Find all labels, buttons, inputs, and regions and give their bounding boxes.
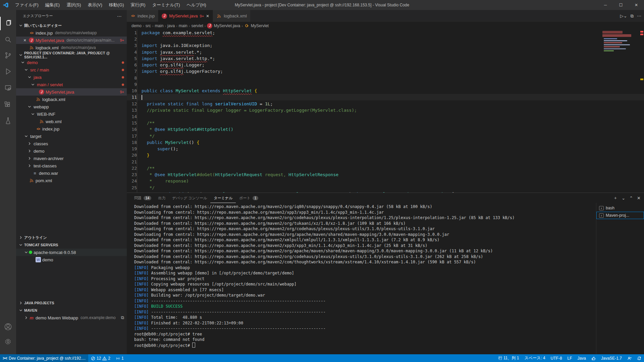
chevron-down-icon[interactable] [23, 250, 29, 255]
tomcat-server-item[interactable]: apache-tomcat-9.0.58 [16, 249, 127, 256]
menu-item-3[interactable]: 表示(V) [85, 1, 105, 9]
tree-item-webapp[interactable]: webapp [16, 103, 127, 110]
tree-item-maven-archiver[interactable]: maven-archiver [16, 155, 127, 162]
menu-item-4[interactable]: 移動(G) [106, 1, 127, 9]
tree-item-MyServlet.java[interactable]: JMyServlet.java9+ [16, 88, 127, 96]
breadcrumb-item-2[interactable]: main [155, 23, 163, 28]
menu-item-7[interactable]: ヘルプ(H) [184, 1, 209, 9]
activity-source-control-icon[interactable] [0, 49, 16, 62]
section-open-editors[interactable]: 開いているエディター [16, 22, 127, 29]
problems-indicator[interactable]: 12 2 [88, 354, 113, 362]
editor-more-actions-icon[interactable]: ⋯ [637, 13, 641, 18]
tree-item-logback.xml[interactable]: logback.xml [16, 96, 127, 103]
tree-item-target[interactable]: target [16, 133, 127, 140]
tab-index.jsp[interactable]: <>index.jsp [127, 10, 158, 22]
chevron-down-icon[interactable] [30, 82, 36, 87]
chevron-down-icon[interactable] [23, 67, 29, 72]
tomcat-app-item[interactable]: Wdemo [16, 256, 127, 263]
chevron-right-icon[interactable] [27, 148, 32, 154]
tree-item-main-servlet[interactable]: main / servlet [16, 81, 127, 88]
status-jdk-version[interactable]: JavaSE-1.7 [598, 354, 625, 362]
chevron-right-icon[interactable] [23, 315, 29, 320]
breadcrumb-item-3[interactable]: java [167, 23, 175, 28]
section-tomcat-servers[interactable]: TOMCAT SERVERS [16, 241, 127, 249]
explorer-more-actions-icon[interactable]: ⋯ [117, 13, 122, 19]
code-editor[interactable]: 1package com.example.servlet;23import ja… [127, 30, 644, 193]
new-terminal-icon[interactable]: ＋ [613, 195, 618, 201]
menu-item-2[interactable]: 選択(S) [63, 1, 84, 9]
breadcrumb-item-5[interactable]: servlet [191, 23, 203, 28]
activity-accounts-icon[interactable] [0, 320, 16, 333]
status-eol[interactable]: LF [565, 354, 575, 362]
menu-item-0[interactable]: ファイル(F) [12, 1, 42, 9]
tree-item-demo[interactable]: demo [16, 147, 127, 155]
tree-item-classes[interactable]: classes [16, 140, 127, 147]
copy-icon[interactable]: ⧉ [121, 315, 124, 320]
chevron-down-icon[interactable] [23, 134, 29, 139]
activity-extensions-icon[interactable] [0, 98, 16, 112]
activity-settings-icon[interactable] [0, 335, 16, 348]
breadcrumb-item-0[interactable]: demo [131, 23, 142, 28]
chevron-down-icon[interactable] [30, 111, 36, 117]
menu-item-6[interactable]: ターミナル(T) [149, 1, 183, 9]
panel-tab-出力[interactable]: 出力 [155, 193, 169, 203]
tree-item-java[interactable]: java [16, 73, 127, 81]
chevron-right-icon[interactable] [27, 141, 32, 146]
status-language-mode[interactable]: Java [575, 354, 589, 362]
maximize-button[interactable]: ☐ [613, 0, 629, 10]
activity-remote-explorer-icon[interactable] [0, 81, 16, 95]
chevron-down-icon[interactable] [20, 60, 25, 65]
remote-indicator[interactable]: >< Dev Container: java_project @ ssh://1… [0, 354, 88, 362]
status-encoding[interactable]: UTF-8 [548, 354, 565, 362]
maximize-panel-icon[interactable]: ⌃ [629, 196, 633, 201]
panel-tab-デバッグ コンソール[interactable]: デバッグ コンソール [169, 193, 210, 203]
open-editor-item-logback.xml[interactable]: logback.xmldemo/src/main/java [16, 44, 127, 51]
status-feedback-icon[interactable] [625, 354, 634, 362]
breadcrumb-item-1[interactable]: src [146, 23, 151, 28]
split-editor-icon[interactable]: ⧉ [631, 13, 634, 19]
open-editor-item-MyServlet.java[interactable]: ✕JMyServlet.javademo/src/main/java/main.… [16, 37, 127, 44]
terminal-item-Maven-proj...[interactable]: ›Maven-proj... [596, 212, 644, 219]
chevron-right-icon[interactable] [18, 300, 23, 306]
tree-item-demo.war[interactable]: ≡demo.war [16, 169, 127, 177]
tree-item-src-main[interactable]: src / main [16, 66, 127, 73]
tab-close-icon[interactable]: ✕ [206, 14, 209, 18]
panel-tab-問題[interactable]: 問題14 [131, 193, 155, 203]
chevron-down-icon[interactable] [27, 74, 32, 80]
terminal-output[interactable]: Downloaded from central: https://repo.ma… [127, 203, 596, 354]
chevron-right-icon[interactable] [27, 163, 32, 168]
close-button[interactable]: ✕ [629, 0, 644, 10]
activity-explorer-icon[interactable] [0, 17, 16, 30]
maven-project-item[interactable]: mdemo Maven Webappcom.example:demo⧉ [16, 314, 127, 321]
ports-indicator[interactable]: 1 [113, 354, 126, 362]
close-editor-icon[interactable]: ✕ [22, 38, 28, 43]
activity-run-debug-icon[interactable] [0, 65, 16, 78]
chevron-down-icon[interactable] [27, 104, 32, 109]
open-editor-item-index.jsp[interactable]: <>index.jspdemo/src/main/webapp [16, 29, 127, 37]
tree-item-demo[interactable]: demo [16, 59, 127, 66]
menu-item-5[interactable]: 実行(R) [128, 1, 149, 9]
section-outline[interactable]: アウトライン [16, 234, 127, 241]
chevron-down-icon[interactable] [18, 308, 23, 313]
panel-tab-ポート[interactable]: ポート1 [236, 193, 262, 203]
activity-testing-icon[interactable] [0, 114, 16, 127]
status-indentation[interactable]: スペース: 4 [522, 354, 548, 362]
panel-tab-ターミナル[interactable]: ターミナル [210, 193, 236, 203]
chevron-down-icon[interactable] [18, 23, 23, 28]
section-java-projects[interactable]: JAVA PROJECTS [16, 299, 127, 307]
tree-item-pom.xml[interactable]: pom.xml [16, 177, 127, 184]
chevron-down-icon[interactable] [18, 52, 23, 58]
chevron-right-icon[interactable] [18, 235, 23, 240]
tab-MyServlet.java[interactable]: JMyServlet.java9+✕ [158, 10, 213, 22]
status-notifications-bell-icon[interactable] [634, 354, 644, 362]
tab-logback.xml[interactable]: logback.xml [213, 10, 251, 22]
menu-item-1[interactable]: 編集(E) [42, 1, 63, 9]
tree-item-index.jsp[interactable]: <>index.jsp [16, 125, 127, 133]
section-maven[interactable]: MAVEN [16, 307, 127, 314]
chevron-right-icon[interactable] [27, 156, 32, 161]
tree-item-test-classes[interactable]: test-classes [16, 162, 127, 169]
breadcrumb-item-6[interactable]: MyServlet.java [214, 23, 240, 28]
tree-item-web.xml[interactable]: web.xml [16, 118, 127, 125]
terminal-item-bash[interactable]: ›bash [596, 204, 644, 212]
activity-search-icon[interactable] [0, 33, 16, 46]
